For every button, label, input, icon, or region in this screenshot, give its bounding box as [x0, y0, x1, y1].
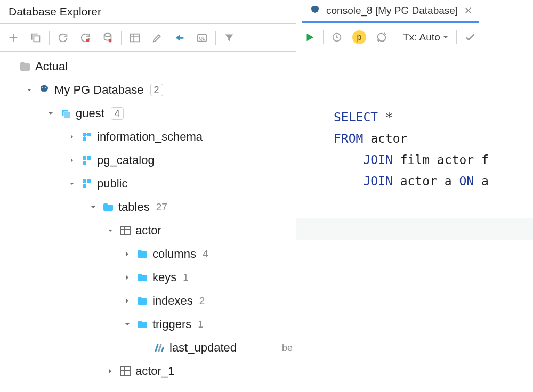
- schema-icon: [80, 153, 94, 167]
- svg-rect-13: [83, 137, 86, 141]
- commit-icon[interactable]: [460, 27, 480, 47]
- add-icon[interactable]: [3, 28, 23, 48]
- separator: [49, 31, 50, 45]
- chevron-down-icon[interactable]: [123, 320, 132, 329]
- tree-label: information_schema: [97, 130, 203, 144]
- sql-editor[interactable]: SELECT * FROM actor JOIN film_actor f JO…: [296, 51, 533, 392]
- svg-rect-0: [34, 36, 39, 42]
- count-label: 27: [156, 201, 167, 213]
- table-icon: [118, 224, 132, 238]
- revert-icon[interactable]: [98, 28, 118, 48]
- svg-rect-17: [83, 179, 86, 183]
- panel-title: Database Explorer: [0, 0, 296, 24]
- duplicate-icon[interactable]: [26, 28, 46, 48]
- svg-rect-15: [87, 156, 91, 160]
- editor-tab-console-8[interactable]: console_8 [My PG Database] ✕: [302, 0, 479, 23]
- chevron-right-icon[interactable]: [123, 249, 132, 259]
- chevron-right-icon[interactable]: [67, 156, 77, 165]
- chevron-down-icon[interactable]: [67, 179, 77, 189]
- tree-user-guest[interactable]: guest 4: [0, 102, 296, 125]
- sql-token: actor a: [393, 174, 459, 188]
- chevron-down-icon[interactable]: [88, 202, 98, 212]
- tree-database[interactable]: My PG Database 2: [0, 78, 296, 102]
- tree-label: pg_catalog: [97, 153, 155, 167]
- chevron-right-icon[interactable]: [67, 132, 77, 142]
- sql-token: *: [378, 110, 393, 124]
- chevron-down-icon[interactable]: [106, 226, 115, 235]
- tree-folder-keys[interactable]: keys 1: [0, 266, 296, 289]
- chevron-down-icon[interactable]: [46, 109, 55, 118]
- tree-table-actor[interactable]: actor: [0, 219, 296, 242]
- jump-to-source-icon[interactable]: [169, 28, 190, 48]
- sql-keyword: JOIN: [363, 174, 392, 188]
- chevron-right-icon[interactable]: [106, 366, 115, 376]
- folder-icon: [135, 294, 149, 308]
- tx-mode-dropdown[interactable]: Tx: Auto: [399, 31, 453, 43]
- database-tree[interactable]: Actual My PG Database 2 guest 4 informat…: [0, 52, 296, 392]
- settings-icon[interactable]: [372, 27, 392, 47]
- tree-label: guest: [76, 107, 104, 120]
- edit-icon[interactable]: [147, 28, 167, 48]
- tree-root-actual[interactable]: Actual: [0, 55, 296, 78]
- count-label: 2: [199, 295, 205, 307]
- database-explorer-panel: Database Explorer QL Actual: [0, 0, 296, 392]
- svg-rect-18: [87, 179, 91, 183]
- tree-item-meta: be: [282, 342, 296, 354]
- svg-point-8: [45, 87, 46, 88]
- tree-trigger-last-updated[interactable]: last_updated be: [0, 336, 296, 360]
- count-label: 1: [183, 272, 189, 283]
- svg-rect-16: [83, 161, 86, 165]
- svg-rect-20: [120, 226, 130, 235]
- close-icon[interactable]: ✕: [464, 5, 472, 17]
- filter-icon[interactable]: [219, 28, 239, 48]
- tab-label: console_8 [My PG Database]: [326, 5, 458, 17]
- stop-refresh-icon[interactable]: [75, 28, 95, 48]
- svg-rect-10: [64, 112, 70, 118]
- svg-point-2: [104, 33, 111, 36]
- count-label: 1: [198, 318, 204, 330]
- ql-icon[interactable]: QL: [192, 28, 212, 48]
- chevron-right-icon[interactable]: [123, 296, 132, 306]
- tx-label: Tx: Auto: [403, 31, 440, 43]
- editor-tabbar: console_8 [My PG Database] ✕: [296, 0, 533, 23]
- sql-keyword: JOIN: [363, 153, 392, 167]
- refresh-icon[interactable]: [53, 28, 73, 48]
- tree-folder-columns[interactable]: columns 4: [0, 242, 296, 266]
- table-icon: [118, 364, 132, 378]
- database-stack-icon: [59, 107, 72, 120]
- tree-folder-indexes[interactable]: indexes 2: [0, 289, 296, 313]
- tree-label: public: [97, 177, 127, 191]
- run-icon[interactable]: [300, 27, 320, 47]
- tree-folder-triggers[interactable]: triggers 1: [0, 313, 296, 336]
- tree-label: indexes: [152, 294, 193, 308]
- chevron-down-icon[interactable]: [25, 85, 34, 95]
- chevron-down-icon: [442, 34, 449, 40]
- svg-rect-4: [131, 34, 140, 42]
- history-icon[interactable]: [327, 27, 347, 47]
- folder-icon: [135, 247, 149, 261]
- svg-rect-21: [120, 367, 130, 375]
- separator: [215, 31, 216, 45]
- tree-schema-pg-catalog[interactable]: pg_catalog: [0, 149, 296, 172]
- separator: [121, 31, 122, 45]
- count-badge: 2: [150, 84, 163, 96]
- svg-rect-12: [87, 133, 91, 136]
- separator: [323, 30, 324, 44]
- tree-schema-information-schema[interactable]: information_schema: [0, 125, 296, 149]
- svg-rect-11: [83, 133, 86, 136]
- svg-point-7: [42, 87, 43, 88]
- tree-label: My PG Database: [54, 83, 144, 97]
- tree-folder-tables[interactable]: tables 27: [0, 195, 296, 219]
- svg-text:QL: QL: [199, 36, 205, 40]
- sql-keyword: FROM: [334, 132, 363, 145]
- tree-label: tables: [118, 200, 150, 214]
- table-view-icon[interactable]: [125, 28, 145, 48]
- tree-table-actor-1[interactable]: actor_1: [0, 360, 296, 383]
- tree-schema-public[interactable]: public: [0, 172, 296, 195]
- session-badge[interactable]: p: [349, 27, 369, 47]
- explorer-toolbar: QL: [0, 24, 296, 52]
- svg-rect-3: [109, 39, 112, 42]
- current-line-highlight: [296, 218, 533, 240]
- editor-panel: console_8 [My PG Database] ✕ p Tx: Auto …: [296, 0, 533, 392]
- chevron-right-icon[interactable]: [123, 273, 132, 282]
